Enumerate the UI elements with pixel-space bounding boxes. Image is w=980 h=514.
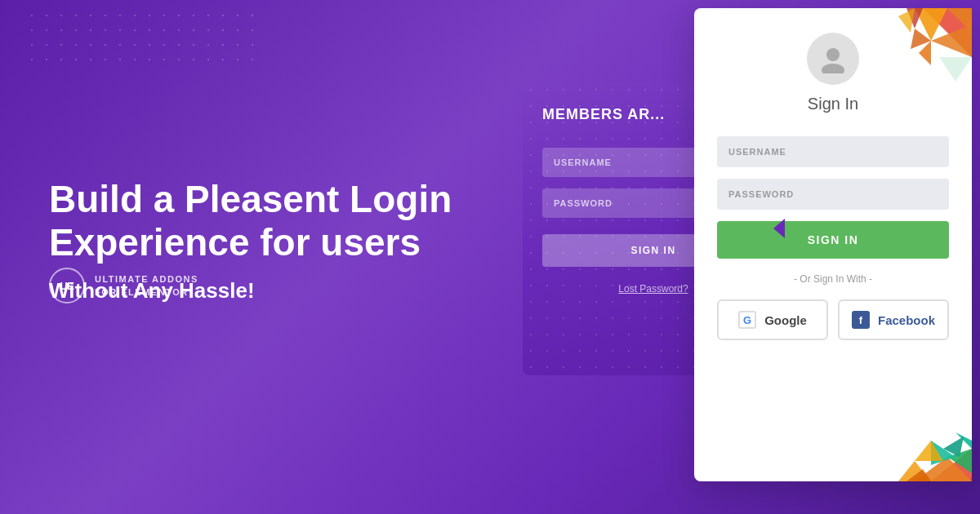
card-arrow [773,219,785,238]
logo-text: ULTIMATE ADDONS FOR ELEMENTOR [95,273,198,299]
avatar [807,33,859,85]
google-icon: G [738,311,756,329]
user-icon [818,44,848,73]
facebook-label: Facebook [878,313,935,327]
google-signin-button[interactable]: G Google [717,299,828,340]
signin-card: Sign In SIGN IN - Or Sign In With - G Go… [694,8,972,481]
signin-title: Sign In [717,95,949,113]
svg-point-18 [826,48,840,61]
svg-marker-8 [939,57,972,82]
social-buttons: G Google f Facebook [717,299,949,340]
background: Build a Pleasent Login Experience for us… [0,0,980,514]
svg-marker-7 [898,8,915,33]
geo-shapes-bottom [866,392,972,481]
logo-area: UE ULTIMATE ADDONS FOR ELEMENTOR [49,268,198,304]
right-area: MEMBERS AR... SIGN IN Lost Password? [506,0,980,514]
facebook-icon: f [852,311,870,329]
signin-button[interactable]: SIGN IN [717,221,949,259]
left-content: Build a Pleasent Login Experience for us… [0,178,506,337]
dots-decoration [24,8,253,73]
or-divider: - Or Sign In With - [717,273,949,285]
signin-password-input[interactable] [717,179,949,210]
facebook-signin-button[interactable]: f Facebook [838,299,949,340]
logo-icon: UE [49,268,85,304]
svg-point-19 [822,64,844,73]
headline: Build a Pleasent Login Experience for us… [49,178,457,264]
signin-username-input[interactable] [717,136,949,167]
google-label: Google [764,313,807,327]
